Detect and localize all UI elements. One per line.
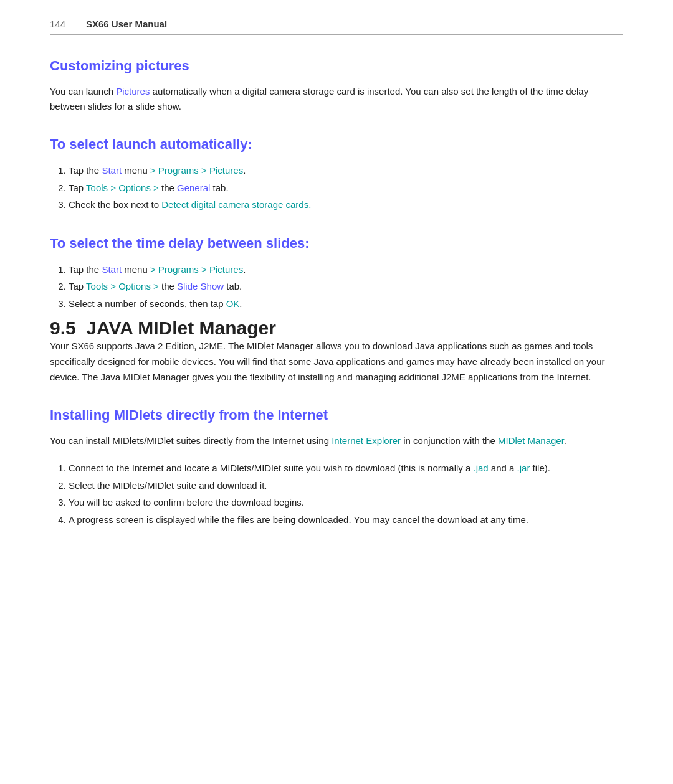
select-launch-heading: To select launch automatically: — [50, 136, 623, 153]
installing-midlets-step-1: Connect to the Internet and locate a MID… — [69, 460, 623, 476]
manual-title: SX66 User Manual — [86, 19, 167, 29]
section-select-launch: To select launch automatically: Tap the … — [50, 136, 623, 213]
pictures-link-1[interactable]: Pictures — [116, 86, 150, 97]
section-customizing-pictures: Customizing pictures You can launch Pict… — [50, 58, 623, 114]
slide-show-link[interactable]: Slide Show — [177, 281, 224, 291]
tools-options-link-1: Tools > Options > — [86, 182, 159, 193]
page-number: 144 — [50, 19, 75, 29]
jad-link: .jad — [473, 463, 488, 473]
page-header: 144 SX66 User Manual — [50, 19, 623, 35]
midlet-manager-link: MIDlet Manager — [498, 435, 564, 446]
select-time-delay-heading: To select the time delay between slides: — [50, 235, 623, 252]
installing-midlets-intro: You can install MIDlets/MIDlet suites di… — [50, 433, 623, 449]
installing-midlets-heading: Installing MIDlets directly from the Int… — [50, 407, 623, 423]
select-time-delay-step-2: Tap Tools > Options > the Slide Show tab… — [69, 278, 623, 295]
installing-midlets-steps: Connect to the Internet and locate a MID… — [50, 460, 623, 527]
programs-pictures-link-2: > Programs > Pictures — [150, 264, 243, 275]
java-midlet-body: Your SX66 supports Java 2 Edition, J2ME.… — [50, 339, 623, 385]
general-link[interactable]: General — [177, 182, 210, 193]
section-java-midlet: 9.5 JAVA MIDlet Manager Your SX66 suppor… — [50, 318, 623, 385]
page: 144 SX66 User Manual Customizing picture… — [0, 0, 673, 784]
ok-link: OK — [226, 298, 240, 309]
select-launch-step-1: Tap the Start menu > Programs > Pictures… — [69, 163, 623, 179]
select-time-delay-step-1: Tap the Start menu > Programs > Pictures… — [69, 262, 623, 278]
select-time-delay-steps: Tap the Start menu > Programs > Pictures… — [50, 262, 623, 312]
programs-pictures-link-1: > Programs > Pictures — [150, 165, 243, 176]
installing-midlets-step-4: A progress screen is displayed while the… — [69, 512, 623, 528]
installing-midlets-step-2: Select the MIDlets/MIDlet suite and down… — [69, 478, 623, 494]
java-midlet-heading: 9.5 JAVA MIDlet Manager — [50, 318, 623, 339]
customizing-pictures-heading: Customizing pictures — [50, 58, 623, 74]
select-launch-steps: Tap the Start menu > Programs > Pictures… — [50, 163, 623, 213]
section-installing-midlets: Installing MIDlets directly from the Int… — [50, 407, 623, 527]
tools-options-link-2: Tools > Options > — [86, 281, 159, 291]
internet-explorer-link: Internet Explorer — [332, 435, 401, 446]
select-launch-step-3: Check the box next to Detect digital cam… — [69, 197, 623, 213]
section-select-time-delay: To select the time delay between slides:… — [50, 235, 623, 312]
detect-cameras-link: Detect digital camera storage cards. — [161, 199, 311, 210]
start-link-1[interactable]: Start — [102, 165, 122, 176]
jar-link: .jar — [517, 463, 530, 473]
installing-midlets-step-3: You will be asked to confirm before the … — [69, 494, 623, 511]
customizing-pictures-intro: You can launch Pictures automatically wh… — [50, 84, 623, 114]
select-launch-step-2: Tap Tools > Options > the General tab. — [69, 180, 623, 196]
start-link-2[interactable]: Start — [102, 264, 122, 275]
select-time-delay-step-3: Select a number of seconds, then tap OK. — [69, 296, 623, 312]
